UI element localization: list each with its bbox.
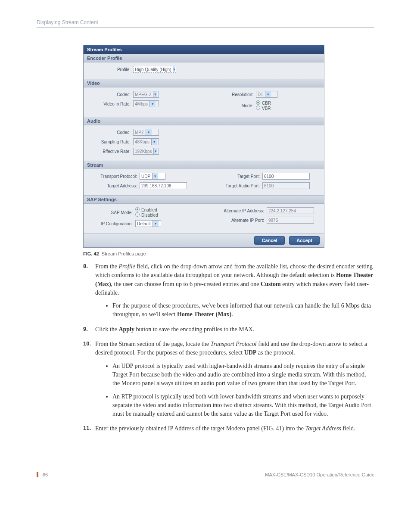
chevron-down-icon: ▾ — [152, 173, 158, 179]
altport-label: Alternate IP Port: — [212, 218, 264, 223]
sampling-select[interactable]: 48Kbps▾ — [133, 138, 159, 145]
step-10-bullet-2: An RTP protocol is typically used both w… — [112, 392, 374, 419]
transport-label: Transport Protocol: — [90, 174, 137, 179]
audio-heading: Audio — [84, 117, 324, 125]
video-codec-select[interactable]: MPEG-2▾ — [133, 91, 159, 98]
mode-vbr-radio[interactable] — [256, 106, 260, 110]
sap-heading: SAP Settings — [84, 195, 324, 204]
sap-disabled-radio[interactable] — [135, 212, 140, 217]
video-rate-select[interactable]: 4Mbps▾ — [133, 100, 159, 107]
altip-label: Alternate IP Address: — [212, 208, 264, 213]
chevron-down-icon: ▾ — [153, 221, 159, 227]
chevron-down-icon: ▾ — [153, 148, 157, 154]
transport-select[interactable]: UDP▾ — [140, 173, 165, 180]
encoder-heading: Encoder Profile — [84, 54, 324, 62]
page-footer: 66 MAX-CSE/MAX-CSD10 Operation/Reference… — [37, 472, 374, 477]
chevron-down-icon: ▾ — [151, 139, 157, 145]
step-8: 8. From the Profile field, click on the … — [83, 262, 374, 319]
step-10-bullet-1: An UDP protocol is typically used with h… — [112, 362, 374, 388]
effective-select[interactable]: 192Kbps▾ — [133, 148, 159, 155]
video-rate-label: Video in Rate: — [90, 102, 131, 106]
step-9: 9. Click the Apply button to save the en… — [83, 325, 374, 334]
video-codec-label: Codec: — [90, 92, 131, 97]
figure-caption: FIG. 42 Stream Profiles page — [83, 251, 374, 256]
resolution-select[interactable]: D1▾ — [256, 91, 277, 98]
stream-profiles-panel: Stream Profiles Encoder Profile Profile:… — [83, 45, 324, 248]
step-11: 11. Enter the previously obtained IP Add… — [83, 424, 374, 433]
chevron-down-icon: ▾ — [149, 101, 156, 107]
profile-select[interactable]: High Quality (High)▾ — [133, 66, 176, 73]
targetaddr-input[interactable]: 239.168.72.108 — [140, 182, 187, 189]
chevron-down-icon: ▾ — [146, 129, 152, 135]
ipconfig-select[interactable]: Default▾ — [135, 220, 161, 227]
cancel-button[interactable]: Cancel — [254, 236, 284, 245]
altport-input[interactable]: 9875 — [267, 217, 314, 224]
accept-button[interactable]: Accept — [289, 236, 320, 245]
mode-cbr-radio[interactable] — [256, 100, 260, 105]
step-8-bullet: For the purpose of these procedures, we'… — [112, 302, 374, 319]
step-10: 10. From the Stream section of the page,… — [83, 340, 374, 418]
sapmode-label: SAP Mode: — [90, 210, 133, 215]
audio-codec-label: Codec: — [90, 130, 131, 135]
panel-buttons: Cancel Accept — [84, 233, 324, 247]
resolution-label: Resolution: — [212, 92, 253, 97]
effective-label: Effective Rate: — [90, 149, 131, 154]
chevron-down-icon: ▾ — [265, 91, 271, 97]
sampling-label: Sampling Rate: — [90, 140, 131, 144]
chevron-down-icon: ▾ — [153, 91, 157, 97]
stream-heading: Stream — [84, 161, 324, 169]
mode-vbr-label: VBR — [262, 106, 271, 111]
targetaudport-input[interactable]: 6100 — [262, 182, 310, 189]
targetaddr-label: Target Address: — [90, 184, 137, 188]
profile-label: Profile: — [90, 67, 131, 72]
targetport-label: Target Port: — [212, 174, 260, 179]
mode-cbr-label: CBR — [262, 101, 271, 106]
targetport-input[interactable]: 6100 — [262, 173, 310, 180]
mode-label: Mode: — [212, 103, 253, 108]
breadcrumb: Displaying Stream Content — [37, 19, 374, 25]
audio-codec-select[interactable]: MP2▾ — [133, 129, 159, 136]
sap-enabled-radio[interactable] — [135, 207, 140, 212]
header-rule — [37, 27, 374, 28]
chevron-down-icon: ▾ — [173, 66, 175, 72]
sap-enabled-label: Enabled — [141, 208, 157, 212]
doc-title: MAX-CSE/MAX-CSD10 Operation/Reference Gu… — [265, 472, 374, 477]
page-number: 66 — [43, 472, 48, 477]
panel-title: Stream Profiles — [84, 45, 324, 54]
ipconfig-label: IP Configuration: — [90, 221, 133, 226]
video-heading: Video — [84, 79, 324, 87]
targetaudport-label: Target Audio Port: — [212, 184, 260, 188]
sap-disabled-label: Disabled — [141, 213, 158, 218]
altip-input[interactable]: 224.2.127.254 — [267, 207, 314, 214]
